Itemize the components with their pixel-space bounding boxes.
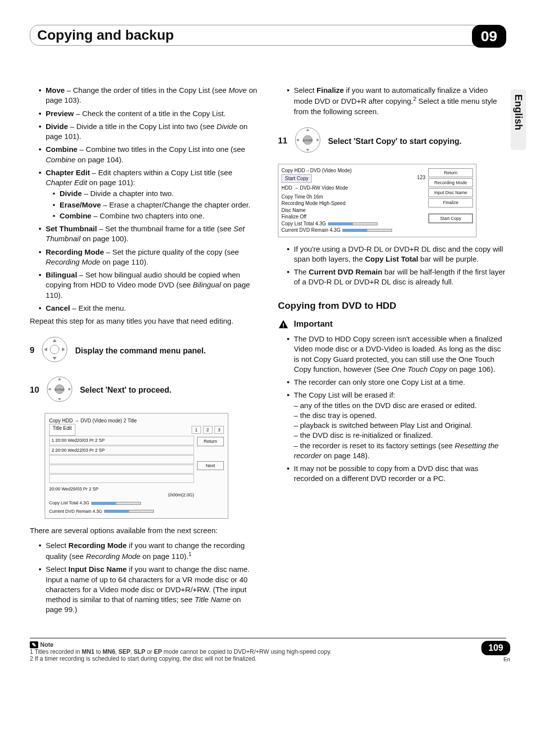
ui-side-button: Input Disc Name bbox=[428, 188, 473, 197]
ui-page-tabs: 123 bbox=[417, 174, 425, 183]
ui-line: HDD → DVD-RW Video Mode bbox=[281, 185, 425, 192]
important-list: The DVD to HDD Copy screen isn't accessi… bbox=[278, 334, 506, 484]
list-item: Chapter Edit – Edit chapters within a Co… bbox=[39, 168, 258, 221]
list-item: The Copy List will be erased if: – any o… bbox=[287, 390, 506, 461]
ui-list-row bbox=[49, 474, 194, 483]
step-number: 9 bbox=[30, 345, 34, 356]
list-item: Divide – Divide a chapter into two. bbox=[53, 189, 258, 199]
ui-page-tabs: 1 2 3 bbox=[192, 426, 224, 434]
warning-icon bbox=[278, 319, 289, 330]
step-number: 10 bbox=[30, 385, 39, 396]
list-item: Select Recording Mode if you want to cha… bbox=[39, 541, 258, 562]
language-side-tab: English bbox=[511, 89, 526, 150]
copy-notes-list: If you're using a DVD-R DL or DVD+R DL d… bbox=[278, 244, 506, 287]
list-item: It may not be possible to copy from a DV… bbox=[287, 464, 506, 484]
dpad-icon bbox=[41, 336, 68, 365]
step-label: Select 'Start Copy' to start copying. bbox=[328, 136, 462, 147]
ui-return-button: Return bbox=[197, 437, 224, 446]
ui-footer-line: Copy List Total 4.3G bbox=[49, 500, 224, 506]
ui-screenshot-title-edit: Copy HDD → DVD (Video mode) 2 Title Titl… bbox=[45, 413, 228, 519]
list-item: Cancel – Exit the menu. bbox=[39, 303, 258, 313]
list-item: Preview – Check the content of a title i… bbox=[39, 109, 258, 119]
svg-rect-9 bbox=[283, 326, 284, 327]
ui-start-copy-button: Start Copy bbox=[428, 213, 473, 223]
important-label: Important bbox=[294, 319, 333, 330]
list-item: Combine – Combine two chapters into one. bbox=[53, 211, 258, 221]
command-list: Move – Change the order of titles in the… bbox=[30, 85, 258, 313]
repeat-note: Repeat this step for as many titles you … bbox=[30, 316, 258, 326]
ui-tab: Title Edit bbox=[49, 424, 75, 436]
step-number: 11 bbox=[278, 136, 287, 147]
ui-detail-row: 20:00 Wed29/03 Pr 2 SP bbox=[49, 486, 194, 492]
ui-line: Recording Mode High-Speed bbox=[281, 200, 425, 207]
header: Copying and backup bbox=[30, 25, 506, 46]
step-9: 9 Display the command menu panel. bbox=[30, 336, 258, 365]
enter-icon: ENTER bbox=[46, 376, 73, 405]
ui-line: Finalize Off bbox=[281, 213, 425, 220]
svg-text:ENTER: ENTER bbox=[303, 139, 313, 142]
list-item: Select Finalize if you want to automatic… bbox=[287, 85, 506, 117]
footnotes: ✎Note 1 Titles recorded in MN1 to MN6, S… bbox=[30, 638, 506, 662]
list-item: The recorder can only store one Copy Lis… bbox=[287, 377, 506, 387]
step-label: Display the command menu panel. bbox=[75, 345, 205, 356]
ui-tab: Start Copy bbox=[281, 174, 312, 183]
note-heading: ✎Note bbox=[30, 641, 506, 648]
svg-rect-8 bbox=[283, 323, 284, 326]
ui-duration: 1h00m(2.0G) bbox=[49, 492, 194, 498]
list-item: The Current DVD Remain bar will be half-… bbox=[287, 267, 506, 287]
chapter-number-badge: 09 bbox=[472, 25, 506, 48]
footnote-1: 1 Titles recorded in MN1 to MN6, SEP, SL… bbox=[30, 648, 506, 655]
page-footer: 109 En bbox=[481, 641, 510, 662]
list-item: Combine – Combine two titles in the Copy… bbox=[39, 144, 258, 165]
ui-footer-line: Current DVD Remain 4.3G bbox=[281, 227, 425, 234]
footnote-ref: 1 bbox=[189, 551, 192, 557]
ui-screenshot-start-copy: Copy HDD→DVD (Video Mode) Start Copy 123… bbox=[278, 164, 476, 237]
right-column: Select Finalize if you want to automatic… bbox=[278, 85, 506, 618]
list-item: Move – Change the order of titles in the… bbox=[39, 85, 258, 106]
step-label: Select 'Next' to proceed. bbox=[80, 385, 172, 396]
section-heading: Copying from DVD to HDD bbox=[278, 299, 506, 312]
step-11: 11 ENTER Select 'Start Copy' to start co… bbox=[278, 127, 506, 156]
ui-side-button: Return bbox=[428, 168, 473, 177]
list-item: Divide – Divide a title in the Copy List… bbox=[39, 122, 258, 142]
ui-line: Disc Name bbox=[281, 207, 425, 214]
ui-footer-line: Copy List Total 4.3G bbox=[281, 220, 425, 227]
svg-point-1 bbox=[50, 345, 59, 354]
chapter-sub-list: Divide – Divide a chapter into two. Eras… bbox=[46, 189, 258, 221]
important-heading: Important bbox=[278, 319, 506, 330]
ui-line: Copy Time 0h 16m bbox=[281, 194, 425, 201]
ui-list-row bbox=[49, 465, 194, 474]
list-item: Set Thumbnail – Set the thumbnail frame … bbox=[39, 224, 258, 244]
left-column: Move – Change the order of titles in the… bbox=[30, 85, 258, 618]
ui-title: Copy HDD→DVD (Video Mode) bbox=[281, 167, 425, 174]
two-column-layout: Move – Change the order of titles in the… bbox=[30, 85, 506, 618]
ui-list-row: 2 20:00 Wed22/03 Pr 2 SP bbox=[49, 446, 194, 455]
next-options-intro: There are several options available from… bbox=[30, 526, 258, 536]
list-item: Erase/Move – Erase a chapter/Change the … bbox=[53, 200, 258, 210]
ui-footer-line: Current DVD Remain 4.3G bbox=[49, 508, 224, 514]
footnote-2: 2 If a timer recording is scheduled to s… bbox=[30, 655, 506, 662]
svg-text:ENTER: ENTER bbox=[55, 388, 65, 391]
enter-icon: ENTER bbox=[294, 127, 321, 156]
step-10: 10 ENTER Select 'Next' to proceed. bbox=[30, 376, 258, 405]
ui-list-row: 1 20:00 Wed20/03 Pr 2 SP bbox=[49, 436, 194, 445]
ui-side-button: Finalize bbox=[428, 198, 473, 207]
page-lang: En bbox=[481, 656, 510, 662]
list-item: Recording Mode – Set the picture quality… bbox=[39, 247, 258, 268]
chapter-title-wrap: Copying and backup bbox=[30, 25, 482, 46]
finalize-list: Select Finalize if you want to automatic… bbox=[278, 85, 506, 117]
ui-next-button: Next bbox=[197, 461, 224, 470]
list-item: If you're using a DVD-R DL or DVD+R DL d… bbox=[287, 244, 506, 265]
list-item: Select Input Disc Name if you want to ch… bbox=[39, 564, 258, 615]
list-item: The DVD to HDD Copy screen isn't accessi… bbox=[287, 334, 506, 374]
ui-side-button: Recording Mode bbox=[428, 178, 473, 187]
list-item: Bilingual – Set how bilingual audio shou… bbox=[39, 270, 258, 300]
page-number-badge: 109 bbox=[481, 641, 510, 655]
page: Copying and backup 09 English Move – Cha… bbox=[0, 0, 536, 682]
next-options-list: Select Recording Mode if you want to cha… bbox=[30, 541, 258, 615]
chapter-title: Copying and backup bbox=[37, 27, 174, 43]
ui-title: Copy HDD → DVD (Video mode) 2 Title bbox=[49, 417, 224, 424]
ui-list-row bbox=[49, 455, 194, 464]
